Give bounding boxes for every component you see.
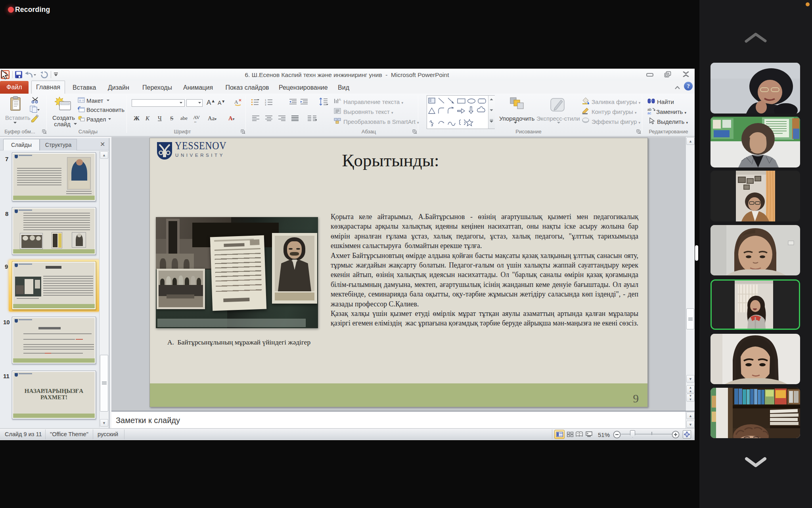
svg-text:A: A bbox=[234, 99, 238, 105]
svg-text:3: 3 bbox=[265, 104, 266, 106]
svg-text:ac: ac bbox=[647, 111, 651, 115]
svg-text:А: А bbox=[339, 98, 341, 102]
